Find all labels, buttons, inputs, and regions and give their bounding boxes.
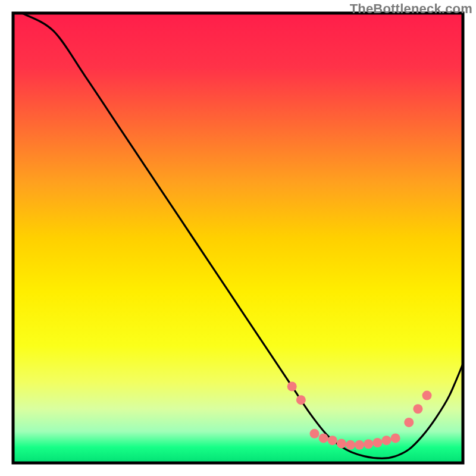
highlight-dot: [381, 436, 391, 445]
highlight-dot: [355, 440, 364, 450]
highlight-dot: [372, 438, 382, 447]
highlight-dot: [391, 433, 400, 443]
plot-background: [13, 13, 463, 463]
highlight-dot: [404, 418, 414, 427]
highlight-dot: [328, 436, 337, 445]
chart-stage: TheBottleneck.com: [0, 0, 476, 476]
bottleneck-chart: [0, 0, 476, 476]
highlight-dot: [287, 381, 297, 391]
highlight-dot: [422, 391, 432, 400]
highlight-dot: [319, 433, 328, 443]
watermark-text: TheBottleneck.com: [350, 1, 472, 17]
highlight-dot: [337, 439, 346, 448]
highlight-dot: [310, 429, 320, 439]
highlight-dot: [346, 440, 355, 450]
highlight-dot: [296, 395, 306, 405]
highlight-dot: [413, 404, 422, 414]
highlight-dot: [364, 439, 373, 449]
